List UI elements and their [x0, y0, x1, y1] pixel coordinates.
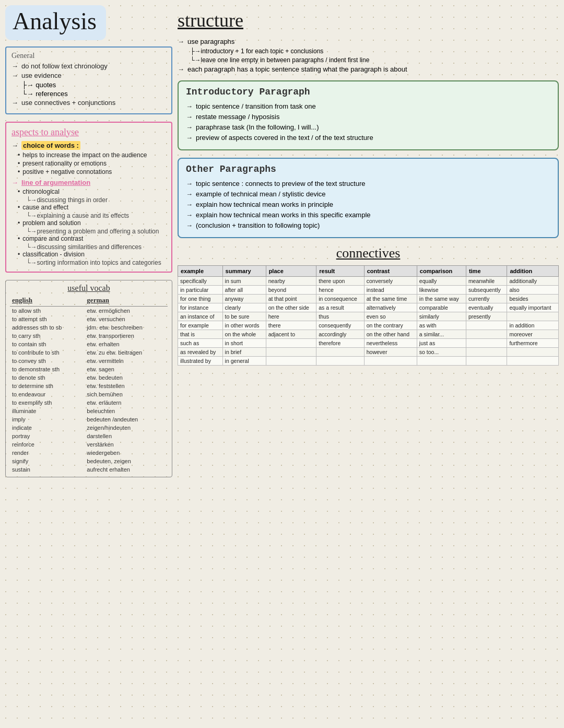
- other-item-1: → topic sentence : connects to preview o…: [186, 180, 550, 187]
- general-sub-1: ├→ quotes: [22, 81, 166, 89]
- arrow-icon: →: [11, 62, 18, 70]
- connectives-header: result: [316, 266, 364, 277]
- connectives-row: illustrated byin general: [178, 357, 559, 366]
- connectives-title: connectives: [178, 245, 559, 261]
- choice-bullet-1: • helps to increase the impact on the au…: [18, 151, 166, 159]
- vocab-section: useful vocab english german to allow sth…: [5, 280, 172, 477]
- connectives-header: addition: [507, 266, 559, 277]
- vocab-row: to allow sthetw. ermöglichen: [10, 306, 168, 315]
- vocab-row: implybedeuten /andeuten: [10, 415, 168, 424]
- other-item-5: → (conclusion + transition to following …: [186, 221, 550, 229]
- general-item-3: → use connectives + conjunctions: [11, 99, 166, 107]
- arg-sub-3: └→ presenting a problem and offering a s…: [26, 228, 166, 235]
- arg-item-3: • problem and solution: [18, 219, 166, 227]
- aspects-title: aspects to analyse: [11, 127, 166, 138]
- vocab-row: signifybedeuten, zeigen: [10, 457, 168, 465]
- connectives-row: that ison the wholeadjacent toaccordingl…: [178, 330, 559, 339]
- arrow-icon: →: [186, 134, 193, 142]
- connectives-header: summary: [222, 266, 266, 277]
- vocab-header-german: german: [85, 296, 168, 307]
- general-item-2: → use evidence: [11, 72, 166, 79]
- other-item-4: → explain how technical mean works in th…: [186, 211, 550, 219]
- vocab-row: to endeavoursich bemühen: [10, 390, 168, 398]
- intro-item-1: → topic sentence / transition from task …: [186, 102, 550, 110]
- arg-item-5: • classification - division: [18, 251, 166, 258]
- other-para-title: Other Paragraphs: [186, 164, 550, 174]
- intro-item-4: → preview of aspects covered in the text…: [186, 134, 550, 142]
- vocab-row: to exemplify sthetw. erläutern: [10, 398, 168, 407]
- vocab-row: renderwiedergeben: [10, 449, 168, 457]
- vocab-row: to determine sthetw. feststellen: [10, 382, 168, 390]
- connectives-header: contrast: [364, 266, 417, 277]
- title-box: Analysis: [5, 5, 106, 40]
- vocab-row: addresses sth to sbjdm. etw. beschreiben: [10, 323, 168, 332]
- choice-words-heading: → choice of words :: [11, 141, 166, 150]
- structure-bullet-2: → each paragraph has a topic sentence st…: [178, 65, 559, 73]
- intro-para-title: Introductory Paragraph: [186, 87, 550, 97]
- vocab-row: reinforceverstärken: [10, 440, 168, 449]
- left-column: Analysis General → do not follow text ch…: [5, 5, 172, 477]
- connectives-row: for examplein other wordsthereconsequent…: [178, 321, 559, 330]
- choice-bullet-2: • present rationality or emotions: [18, 160, 166, 167]
- vocab-title: useful vocab: [10, 284, 168, 293]
- arrow-icon: →: [186, 180, 193, 187]
- intro-item-3: → paraphrase task (In the following, I w…: [186, 123, 550, 131]
- vocab-row: portraydarstellen: [10, 432, 168, 440]
- arg-sub-1: └→ discussing things in order: [26, 196, 166, 204]
- vocab-row: sustainaufrecht erhalten: [10, 465, 168, 474]
- arrow-icon: →: [11, 99, 18, 107]
- other-item-3: → explain how technical mean works in pr…: [186, 201, 550, 208]
- vocab-row: to contain sthetw. erhalten: [10, 340, 168, 348]
- intro-para-box: Introductory Paragraph → topic sentence …: [178, 80, 559, 150]
- connectives-header: comparison: [417, 266, 466, 277]
- arrow-icon: →: [178, 65, 184, 73]
- arrow-icon: →: [11, 142, 18, 149]
- arrow-icon: →: [11, 72, 18, 79]
- connectives-header: time: [466, 266, 507, 277]
- vocab-row: to attempt sthetw. versuchen: [10, 315, 168, 323]
- vocab-row: to demonstrate sthetw. sagen: [10, 365, 168, 373]
- arrow-icon: →: [186, 113, 193, 121]
- vocab-row: to contribute to sthetw. zu etw. beitrag…: [10, 348, 168, 357]
- structure-sub-1: ├→ introductory + 1 for each topic + con…: [190, 48, 559, 55]
- vocab-header-english: english: [10, 296, 85, 307]
- general-label: General: [11, 52, 166, 60]
- arrow-icon: →: [11, 179, 18, 186]
- arrow-icon: →: [186, 102, 193, 110]
- choice-bullet-3: • positive + negative connotations: [18, 168, 166, 175]
- arg-item-2: • cause and effect: [18, 204, 166, 211]
- connectives-table: examplesummaryplaceresultcontrastcompari…: [178, 265, 559, 366]
- connectives-row: such asin shortthereforeneverthelessjust…: [178, 339, 559, 348]
- arg-sub-2: └→ explaining a cause and its effects: [26, 212, 166, 219]
- connectives-row: for instanceclearlyon the other sideas a…: [178, 303, 559, 312]
- arg-sub-4: └→ discussing similarities and differenc…: [26, 243, 166, 251]
- connectives-row: an instance ofto be sureherethuseven sos…: [178, 312, 559, 321]
- intro-item-2: → restate message / hyposisis: [186, 113, 550, 121]
- title-section: Analysis: [5, 5, 172, 40]
- connectives-header: example: [178, 266, 223, 277]
- structure-sub-2: └→ leave one line empty in between parag…: [190, 56, 559, 64]
- sub-arrow-icon: └→: [22, 90, 33, 98]
- connectives-section: connectives examplesummaryplaceresultcon…: [178, 245, 559, 366]
- connectives-row: for one thinganywayat that pointin conse…: [178, 295, 559, 303]
- connectives-row: specificallyin sumnearbythere uponconver…: [178, 277, 559, 286]
- other-item-2: → example of technical mean / stylistic …: [186, 190, 550, 198]
- arrow-icon: →: [186, 221, 193, 229]
- right-column: structure → use paragraphs ├→ introducto…: [178, 5, 559, 366]
- sub-arrow-icon: ├→: [22, 81, 33, 89]
- arg-item-1: • chronological: [18, 188, 166, 195]
- vocab-row: to convey sthetw. vermitteln: [10, 357, 168, 365]
- vocab-row: to denote sthetw. bedeuten: [10, 373, 168, 382]
- page-title: Analysis: [13, 8, 97, 34]
- connectives-row: as revealed byin briefhoweverso too...: [178, 348, 559, 357]
- vocab-row: indicatezeigen/hindeuten: [10, 424, 168, 432]
- arg-sub-5: └→ sorting information into topics and c…: [26, 259, 166, 266]
- connectives-row: in particularafter allbeyondhenceinstead…: [178, 286, 559, 295]
- structure-bullets: → use paragraphs ├→ introductory + 1 for…: [178, 38, 559, 73]
- general-section: General → do not follow text chronology …: [5, 46, 172, 114]
- vocab-row: to carry sthetw. transportieren: [10, 332, 168, 340]
- structure-title: structure: [178, 9, 559, 31]
- aspects-section: aspects to analyse → choice of words : •…: [5, 122, 172, 273]
- vocab-table: english german to allow sthetw. ermöglic…: [10, 296, 168, 474]
- connectives-header: place: [266, 266, 316, 277]
